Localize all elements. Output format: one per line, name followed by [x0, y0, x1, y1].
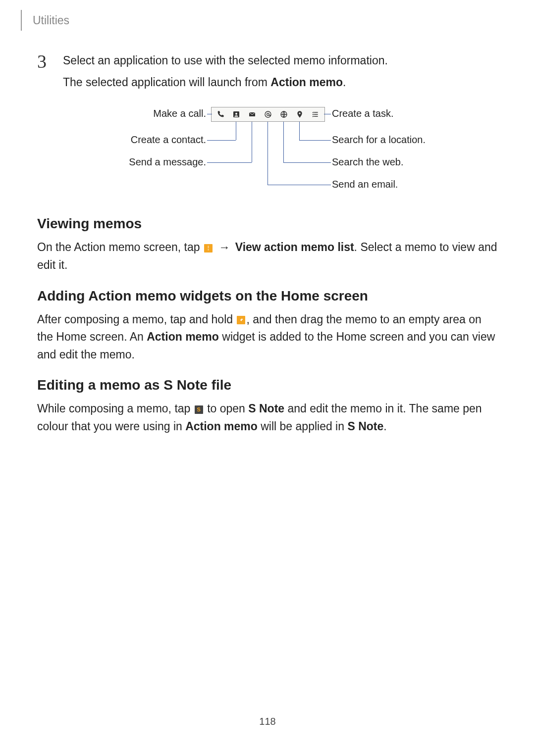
globe-icon	[276, 109, 291, 120]
text: to open	[204, 402, 249, 415]
header-title: Utilities	[33, 14, 69, 27]
text: The selected application will launch fro…	[63, 76, 270, 89]
bold-text: Action memo	[147, 330, 219, 343]
more-options-icon: ⋮	[204, 244, 213, 252]
contact-icon	[229, 109, 244, 120]
heading-editing-snote: Editing a memo as S Note file	[37, 377, 498, 393]
label-contact: Create a contact.	[89, 134, 206, 146]
connector	[299, 140, 331, 141]
svg-point-6	[299, 113, 300, 114]
connector	[283, 162, 331, 163]
text: .	[383, 420, 386, 433]
svg-point-4	[267, 113, 269, 116]
label-email: Send an email.	[332, 179, 398, 190]
connector	[268, 122, 268, 185]
svg-point-1	[235, 113, 237, 115]
at-icon	[261, 109, 275, 120]
text: On the Action memo screen, tap	[37, 241, 203, 253]
svg-point-3	[265, 111, 271, 117]
label-location: Search for a location.	[332, 134, 426, 146]
connector	[283, 122, 284, 162]
paragraph: On the Action memo screen, tap ⋮ → View …	[37, 239, 498, 274]
bold-text: S Note	[347, 420, 383, 433]
pushpin-icon	[237, 316, 245, 324]
pin-icon	[292, 109, 307, 120]
header-divider	[21, 10, 22, 31]
label-web: Search the web.	[332, 156, 404, 168]
bold-text: Action memo	[270, 76, 343, 89]
step-3: 3 Select an application to use with the …	[37, 52, 498, 95]
page-number: 118	[0, 716, 535, 727]
text: will be applied in	[258, 420, 348, 433]
label-call: Make a call.	[89, 108, 206, 119]
connector	[207, 114, 212, 114]
arrow-icon: →	[218, 241, 230, 253]
paragraph: While composing a memo, tap S to open S …	[37, 400, 498, 435]
bold-text: View action memo list	[235, 241, 354, 253]
bold-text: S Note	[248, 402, 284, 415]
step-line-2: The selected application will launch fro…	[63, 74, 498, 92]
heading-viewing-memos: Viewing memos	[37, 216, 498, 232]
connector	[207, 140, 236, 141]
step-number: 3	[37, 52, 51, 71]
step-line-1: Select an application to use with the se…	[63, 52, 498, 70]
main-content: 3 Select an application to use with the …	[37, 52, 498, 450]
paragraph: After composing a memo, tap and hold , a…	[37, 311, 498, 364]
text: While composing a memo, tap	[37, 402, 194, 415]
section-viewing-memos: Viewing memos On the Action memo screen,…	[37, 216, 498, 274]
connector	[252, 122, 252, 162]
text: .	[343, 76, 346, 89]
action-memo-diagram: Make a call. Create a contact. Send a me…	[89, 107, 446, 196]
section-adding-widgets: Adding Action memo widgets on the Home s…	[37, 288, 498, 364]
text: After composing a memo, tap and hold	[37, 313, 236, 326]
connector	[207, 162, 252, 163]
bold-text: Action memo	[185, 420, 258, 433]
phone-icon	[213, 109, 228, 120]
step-body: Select an application to use with the se…	[63, 52, 498, 95]
snote-icon: S	[195, 405, 203, 414]
connector	[324, 114, 331, 114]
connector	[299, 122, 300, 140]
page-header: Utilities	[21, 10, 69, 31]
connector	[268, 185, 331, 185]
icon-toolbar	[211, 107, 325, 122]
label-message: Send a message.	[89, 156, 206, 168]
label-task: Create a task.	[332, 108, 394, 119]
checklist-icon	[308, 109, 323, 120]
envelope-icon	[245, 109, 260, 120]
connector	[236, 122, 236, 140]
section-editing-snote: Editing a memo as S Note file While comp…	[37, 377, 498, 435]
heading-adding-widgets: Adding Action memo widgets on the Home s…	[37, 288, 498, 304]
